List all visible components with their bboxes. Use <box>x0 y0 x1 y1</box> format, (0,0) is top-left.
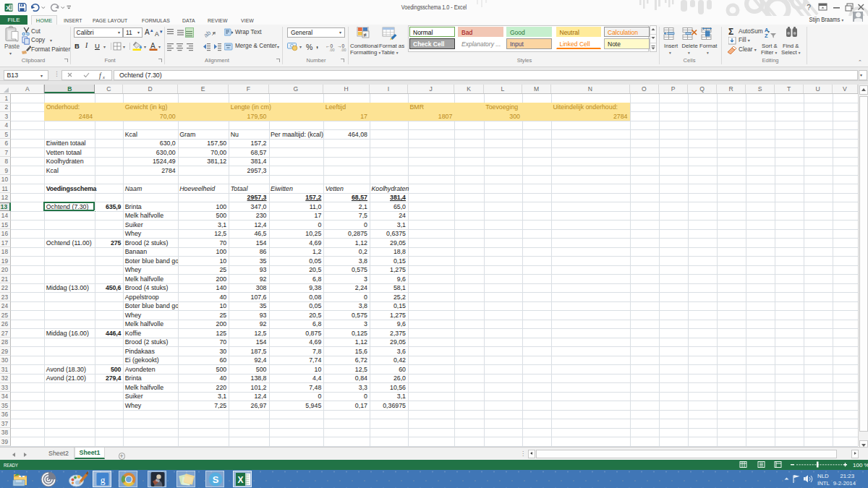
svg-text:g: g <box>100 474 105 485</box>
svg-text:f: f <box>99 72 102 80</box>
svg-text:.00: .00 <box>329 47 335 51</box>
svg-text:.00: .00 <box>341 47 346 51</box>
svg-text:X: X <box>237 475 243 485</box>
svg-text:A: A <box>150 42 156 50</box>
svg-text:NLD: NLD <box>817 473 829 479</box>
svg-text:x: x <box>102 74 105 79</box>
svg-text:INTL: INTL <box>817 479 830 486</box>
svg-text:Z: Z <box>765 33 768 38</box>
svg-text:?: ? <box>807 3 811 12</box>
svg-text:≠: ≠ <box>364 32 367 38</box>
svg-text:9-2-2014: 9-2-2014 <box>833 479 856 486</box>
svg-text:ab: ab <box>203 28 212 37</box>
svg-text:S: S <box>212 474 218 485</box>
svg-text:100 %: 100 % <box>853 462 868 468</box>
svg-text:21:23: 21:23 <box>840 473 854 479</box>
